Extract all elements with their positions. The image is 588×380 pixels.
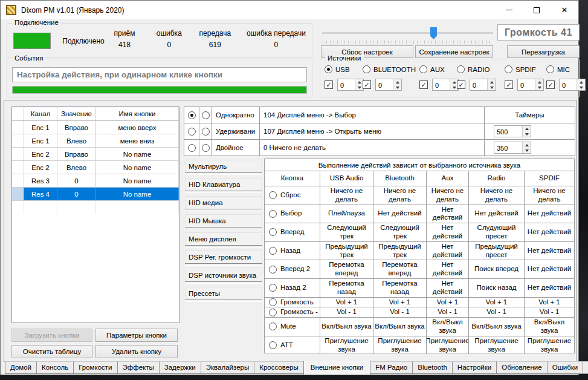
source-spinner-mic-down-button[interactable] [577,85,585,90]
delete-button-button[interactable]: Удалить кнопку [95,345,178,358]
click-radio-primary[interactable] [188,111,196,119]
source-spinner-bluetooth[interactable]: 0 [375,79,402,91]
bottom-tab-5[interactable]: Эквалайзеры [201,361,254,374]
spinner-up-icon [525,144,529,146]
category-tab-3[interactable]: HID Мышка [185,214,262,227]
timer-spinner-2-down-button[interactable] [523,148,531,153]
source-radio-spdif[interactable] [505,65,512,73]
source-spinner-radio[interactable]: 0 [470,79,496,91]
spinner-up-icon [525,128,529,130]
click-radio-cell [184,123,199,139]
buttons-table[interactable]: КаналЗначениеИмя кнопкиEnc 1Вправоменю в… [11,106,179,323]
source-radio-usb[interactable] [325,65,332,73]
load-buttons-button[interactable]: Загрузить кнопки [11,329,92,342]
table-row[interactable]: Enc 2ВправоNo name [12,148,179,161]
table-row[interactable]: Enc 1Вправоменю вверх [12,121,179,134]
bottom-tab-4[interactable]: Задержки [159,361,201,374]
category-tab-6[interactable]: DSP источники звука [185,269,262,281]
category-tab-0[interactable]: Мультируль [185,160,262,172]
action-radio-сброс[interactable] [269,191,277,199]
bottom-tab-2[interactable]: Громкости [73,361,117,374]
source-spinner-spdif-down-button[interactable] [535,85,543,90]
source-radio-aux[interactable] [419,65,427,73]
table-row[interactable]: Res 30No name [12,174,179,188]
source-spinner-mic-up-button[interactable] [577,79,585,85]
matrix-header-cell: SPDIF [525,171,574,186]
reboot-button[interactable]: Перезагрузка [507,45,580,58]
source-checkbox-aux[interactable]: ✓ [419,80,428,89]
slider-track[interactable] [322,32,493,34]
maximize-button[interactable] [523,1,551,19]
timer-spinner-1-down-button[interactable] [523,131,531,137]
action-radio-назад-2[interactable] [269,284,277,292]
timer-spinner-1-up-button[interactable] [523,126,531,131]
table-row[interactable]: Res 40No name [12,188,179,201]
source-checkbox-radio[interactable]: ✓ [457,80,465,89]
source-checkbox-spdif[interactable]: ✓ [505,80,513,89]
bottom-tab-10[interactable]: Настройки [452,361,497,374]
bottom-tab-0[interactable]: Домой [5,361,37,374]
category-tab-4[interactable]: Меню дисплея [185,232,262,245]
table-row[interactable]: Enc 2ВлевоNo name [12,161,179,174]
click-radio-secondary[interactable] [202,111,210,119]
source-checkbox-bluetooth[interactable]: ✓ [363,80,371,89]
bottom-tab-1[interactable]: Консоль [36,361,74,374]
click-radio-primary[interactable] [188,144,196,152]
source-radio-row: USB [325,65,364,73]
click-radio-secondary[interactable] [202,128,210,136]
bottom-tab-8[interactable]: FM Радио [370,361,413,374]
click-radio-primary[interactable] [188,128,196,136]
category-tab-7[interactable]: Прессеты [185,287,262,300]
source-radio-bluetooth[interactable] [363,65,370,73]
source-checkbox-usb[interactable]: ✓ [325,80,333,89]
slider-thumb[interactable] [430,27,437,39]
close-button[interactable]: ✕ [551,1,578,19]
bottom-tab-9[interactable]: Bluetooth [412,361,453,374]
category-tab-1[interactable]: HID Клавиатура [185,178,262,191]
source-checkbox-mic[interactable]: ✓ [546,80,555,89]
bottom-tab-11[interactable]: Обновление [496,361,547,374]
category-tab-2[interactable]: HID медиа [185,196,262,209]
click-radio-secondary[interactable] [202,144,210,152]
source-spinner-bluetooth-up-button[interactable] [393,79,401,85]
source-option-aux: AUX✓0 [419,65,459,91]
source-spinner-aux[interactable]: 0 [432,79,459,91]
source-level-row: ✓0 [363,79,416,91]
bottom-tab-3[interactable]: Эффекты [117,361,160,374]
source-spinner-mic[interactable]: 0 [559,79,586,91]
source-spinner-usb-buttons [355,79,363,90]
action-radio-вперед-2[interactable] [269,266,277,274]
table-row[interactable]: Enc 1Влевоменю вниз [12,134,179,148]
action-radio-громкость[interactable] [269,298,277,306]
matrix-cell: Нет действий [469,205,525,223]
minimize-button[interactable] [495,1,523,19]
source-spinner-usb[interactable]: 0 [337,79,364,91]
timer-spinner-2[interactable]: 350 [494,142,531,154]
action-radio-mute[interactable] [269,323,277,330]
source-spinner-radio-up-button[interactable] [488,79,496,85]
action-radio-громкость-[interactable] [269,309,277,316]
clear-table-button[interactable]: Очистить таблицу [11,345,92,358]
save-settings-button[interactable]: Сохранение настроек [415,45,493,58]
source-spinner-spdif-up-button[interactable] [535,79,543,85]
action-radio-att[interactable] [269,341,277,349]
volume-slider[interactable] [322,27,493,40]
bottom-tab-12[interactable]: Ошибки [547,361,584,374]
source-spinner-radio-down-button[interactable] [488,85,496,90]
category-tab-5[interactable]: DSP Рег. громкости [185,251,262,263]
bottom-tab-7[interactable]: Внешние кнопки [303,361,370,375]
button-params-button[interactable]: Параметры кнопки [95,329,178,342]
source-spinner-spdif[interactable]: 0 [517,79,544,91]
bottom-tab-6[interactable]: Кроссоверы [254,361,304,374]
source-option-usb: USB✓0 [325,65,364,91]
timer-spinner-1[interactable]: 500 [494,125,531,137]
action-radio-выбор[interactable] [269,210,277,218]
action-radio-назад[interactable] [269,247,277,255]
source-radio-radio[interactable] [457,65,465,73]
action-radio-вперед[interactable] [269,228,277,236]
source-radio-mic[interactable] [546,65,554,73]
source-spinner-bluetooth-down-button[interactable] [393,85,401,90]
timer-spinner-2-up-button[interactable] [523,142,531,148]
bottom-tab-13[interactable]: Информация [583,361,588,374]
click-config-row: Удерживани107 Дисплей меню -> Открыть ме… [184,123,575,140]
